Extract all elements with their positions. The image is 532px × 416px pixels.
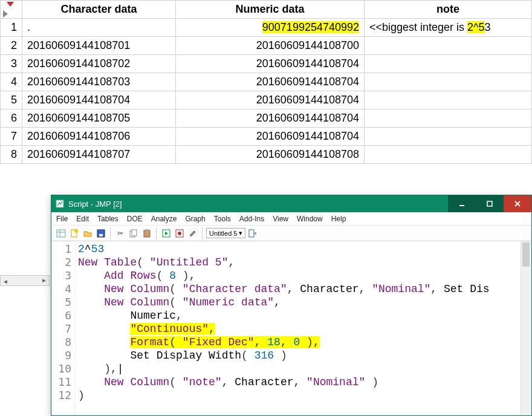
row-number[interactable]: 1 — [1, 19, 22, 37]
menu-graph[interactable]: Graph — [185, 215, 205, 223]
cell-note[interactable]: <<biggest integer is 2^53 — [365, 19, 532, 37]
code-line[interactable]: Add Rows( 8 ), — [78, 269, 518, 282]
table-row[interactable]: 62016060914410870520160609144108704 — [1, 109, 532, 128]
red-triangle-icon[interactable] — [7, 2, 14, 7]
row-number[interactable]: 4 — [1, 73, 22, 91]
format-icon[interactable] — [187, 227, 199, 239]
cell-numeric-data[interactable]: 20160609144108704 — [176, 55, 365, 73]
vertical-scrollbar[interactable] — [521, 241, 531, 415]
code-line[interactable]: New Table( "Untitled 5", — [78, 256, 518, 269]
cell-numeric-data[interactable]: 20160609144108704 — [176, 73, 365, 91]
datatable-icon[interactable] — [55, 227, 67, 239]
minimize-button[interactable] — [448, 195, 476, 212]
svg-rect-15 — [145, 229, 149, 231]
code-line[interactable]: "Continuous", — [78, 322, 518, 336]
table-row[interactable]: 52016060914410870420160609144108704 — [1, 91, 532, 109]
code-line[interactable]: Numeric, — [78, 309, 518, 322]
disclosure-triangle-icon[interactable] — [3, 10, 8, 18]
cell-note[interactable] — [365, 109, 532, 128]
debug-icon[interactable] — [174, 227, 186, 239]
maximize-button[interactable] — [476, 195, 504, 212]
cell-character-data[interactable]: 20160609144108704 — [22, 91, 176, 109]
line-number: 2 — [53, 256, 71, 269]
cell-numeric-data[interactable]: 20160609144108704 — [176, 109, 365, 128]
menu-help[interactable]: Help — [331, 215, 346, 223]
scroll-left-icon[interactable]: ◄ — [1, 277, 10, 287]
cell-note[interactable] — [365, 91, 532, 109]
close-button[interactable] — [504, 195, 531, 212]
scroll-right-icon[interactable]: ► — [39, 276, 49, 285]
app-icon — [55, 199, 65, 209]
titlebar[interactable]: Script - JMP [2] — [51, 195, 531, 212]
row-number[interactable]: 6 — [1, 109, 22, 128]
table-corner[interactable] — [1, 1, 22, 19]
svg-rect-5 — [57, 230, 65, 237]
menu-add-ins[interactable]: Add-Ins — [239, 215, 264, 223]
menu-edit[interactable]: Edit — [76, 215, 89, 223]
code-editor[interactable]: 123456789101112 2^53New Table( "Untitled… — [51, 241, 531, 415]
save-icon[interactable] — [95, 227, 107, 239]
code-line[interactable]: ),| — [78, 362, 518, 375]
menu-doe[interactable]: DOE — [127, 215, 143, 223]
code-line[interactable]: New Column( "Numeric data", — [78, 296, 518, 309]
menu-analyze[interactable]: Analyze — [151, 215, 177, 223]
table-row[interactable]: 22016060914410870120160609144108700 — [1, 37, 532, 55]
code-line[interactable]: 2^53 — [78, 242, 518, 256]
code-area[interactable]: 2^53New Table( "Untitled 5", Add Rows( 8… — [76, 241, 521, 415]
cell-note[interactable] — [365, 37, 532, 55]
cell-note[interactable] — [365, 55, 532, 73]
table-row[interactable]: 72016060914410870620160609144108704 — [1, 128, 532, 146]
row-number[interactable]: 5 — [1, 91, 22, 109]
cell-numeric-data[interactable]: 20160609144108708 — [176, 146, 365, 164]
cell-numeric-data[interactable]: 20160609144108704 — [176, 128, 365, 146]
line-number: 5 — [53, 296, 71, 309]
scrollbar-thumb[interactable] — [522, 242, 530, 267]
code-line[interactable]: ) — [78, 389, 518, 402]
cell-character-data[interactable]: 20160609144108705 — [22, 109, 176, 128]
cell-note[interactable] — [365, 146, 532, 164]
horizontal-scrollbar[interactable]: ◄ ► — [0, 275, 50, 286]
cell-numeric-data[interactable]: 20160609144108704 — [176, 91, 365, 109]
menu-tables[interactable]: Tables — [97, 215, 118, 223]
menu-window[interactable]: Window — [297, 215, 323, 223]
copy-icon[interactable] — [128, 227, 140, 239]
run-icon[interactable] — [160, 227, 172, 239]
cell-note[interactable] — [365, 73, 532, 91]
cell-numeric-data[interactable]: 9007199254740992 — [176, 19, 365, 37]
cell-character-data[interactable]: . — [22, 19, 176, 37]
menu-tools[interactable]: Tools — [214, 215, 231, 223]
svg-point-19 — [178, 232, 181, 235]
cell-character-data[interactable]: 20160609144108707 — [22, 146, 176, 164]
cell-character-data[interactable]: 20160609144108701 — [22, 37, 176, 55]
table-row[interactable]: 42016060914410870320160609144108704 — [1, 73, 532, 91]
svg-rect-11 — [99, 234, 103, 236]
menu-view[interactable]: View — [273, 215, 288, 223]
new-icon[interactable] — [68, 227, 80, 239]
menu-file[interactable]: File — [56, 215, 68, 223]
row-number[interactable]: 8 — [1, 146, 22, 164]
column-header-note[interactable]: note — [365, 1, 532, 19]
tab-selector[interactable]: Untitled 5▾ — [206, 228, 245, 238]
cell-character-data[interactable]: 20160609144108706 — [22, 128, 176, 146]
code-line[interactable]: New Column( "Character data", Character,… — [78, 282, 518, 296]
code-line[interactable]: Format( "Fixed Dec", 18, 0 ), — [78, 336, 518, 349]
table-row[interactable]: 1.9007199254740992<<biggest integer is 2… — [1, 19, 532, 37]
column-header-character-data[interactable]: Character data — [22, 1, 176, 19]
cell-character-data[interactable]: 20160609144108703 — [22, 73, 176, 91]
row-number[interactable]: 2 — [1, 37, 22, 55]
cell-numeric-data[interactable]: 20160609144108700 — [176, 37, 365, 55]
table-row[interactable]: 82016060914410870720160609144108708 — [1, 146, 532, 164]
paste-icon[interactable] — [141, 227, 153, 239]
cell-note[interactable] — [365, 128, 532, 146]
goto-icon[interactable] — [247, 227, 259, 239]
chevron-down-icon: ▾ — [239, 229, 242, 237]
code-line[interactable]: New Column( "note", Character, "Nominal"… — [78, 375, 518, 389]
open-icon[interactable] — [82, 227, 94, 239]
cut-icon[interactable]: ✂ — [114, 227, 126, 239]
cell-character-data[interactable]: 20160609144108702 — [22, 55, 176, 73]
row-number[interactable]: 7 — [1, 128, 22, 146]
table-row[interactable]: 32016060914410870220160609144108704 — [1, 55, 532, 73]
row-number[interactable]: 3 — [1, 55, 22, 73]
column-header-numeric-data[interactable]: Numeric data — [176, 1, 365, 19]
code-line[interactable]: Set Display Width( 316 ) — [78, 349, 518, 362]
